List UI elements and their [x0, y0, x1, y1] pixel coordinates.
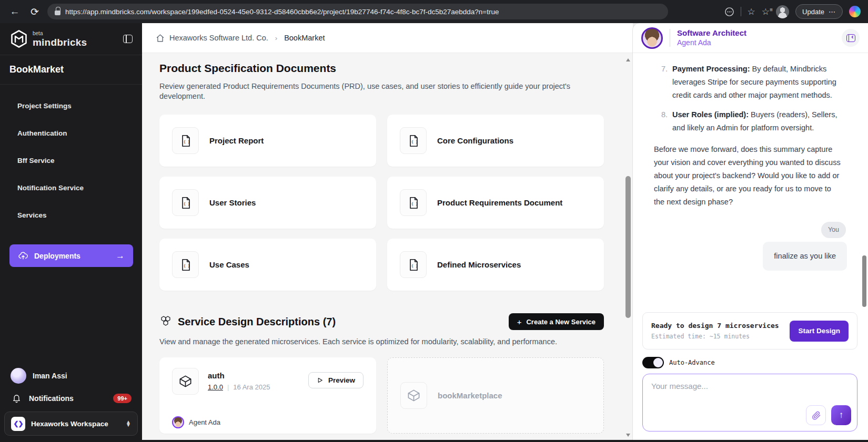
sidebar-item-notification-service[interactable]: Notification Service	[0, 177, 142, 198]
notifications-label: Notifications	[29, 394, 74, 403]
svg-text:{ }: { }	[183, 263, 190, 268]
lock-icon	[55, 9, 60, 16]
services-section-description: View and manage the generated microservi…	[159, 337, 604, 347]
mindbricks-logo[interactable]: beta mindbricks	[9, 29, 87, 48]
message-input[interactable]	[643, 374, 857, 403]
cloud-upload-icon	[18, 251, 28, 261]
doc-card-product-requirements-document[interactable]: { } Product Requirements Document	[387, 177, 604, 229]
browser-toolbar: ← ⟳ https://app.mindbricks.com/workspace…	[0, 0, 868, 23]
doc-card-defined-microservices[interactable]: { } Defined Microservices	[387, 239, 604, 291]
svg-text:{ }: { }	[411, 139, 418, 143]
breadcrumb-separator: ›	[273, 34, 279, 42]
docs-section-description: Review generated Product Requirements Do…	[159, 81, 580, 101]
start-design-button[interactable]: Start Design	[790, 321, 849, 342]
agent-role-title: Software Architect	[677, 28, 746, 38]
scroll-down-arrow[interactable]	[626, 434, 630, 437]
sidebar-user[interactable]: Iman Assi	[4, 364, 138, 388]
notifications-badge: 99+	[113, 394, 132, 403]
docs-section-title: Product Specification Documents	[159, 62, 604, 75]
browser-profile-avatar[interactable]	[776, 5, 789, 18]
send-button[interactable]: ↑	[831, 405, 851, 425]
auto-advance-toggle[interactable]	[642, 357, 664, 368]
workspace-switcher[interactable]: ❮❯ Hexaworks Workspace ▲▼	[4, 412, 138, 436]
url-text[interactable]: https://app.mindbricks.com/workspace/199…	[65, 8, 499, 16]
service-card-auth[interactable]: auth 1.0.0 | 16 Ara 2025 Preview	[159, 357, 376, 434]
scroll-up-arrow[interactable]	[626, 58, 630, 61]
browser-essentials-icon[interactable]	[724, 7, 734, 17]
sidebar-item-project-settings[interactable]: Project Settings	[0, 95, 142, 116]
breadcrumb-project[interactable]: BookMarket	[284, 34, 325, 42]
sidebar-item-services[interactable]: Services	[0, 204, 142, 225]
attach-file-button[interactable]	[806, 405, 826, 425]
arrow-up-icon: ↑	[839, 410, 844, 420]
favorite-star-icon[interactable]: ☆	[748, 6, 755, 17]
main-content: Hexaworks Software Ltd. Co. › BookMarket…	[142, 23, 633, 440]
address-bar[interactable]: https://app.mindbricks.com/workspace/199…	[47, 4, 668, 19]
agent-closing-question: Before we move forward, does this summar…	[654, 143, 847, 209]
chat-scrollbar-thumb[interactable]	[862, 255, 866, 307]
document-icon: { }	[172, 251, 199, 278]
agent-chat-panel: Software Architect Agent Ada 7. Payment …	[633, 23, 868, 440]
toggle-knob	[653, 358, 663, 367]
browser-menu-icon[interactable]: ⋯	[829, 8, 836, 16]
document-icon: { }	[400, 189, 427, 216]
service-version-link[interactable]: 1.0.0	[208, 383, 223, 391]
refresh-icon[interactable]: ⟳	[27, 4, 42, 19]
service-date: 16 Ara 2025	[233, 383, 270, 391]
service-card-bookmarketplace[interactable]: bookMarketplace	[387, 357, 604, 434]
deployments-label: Deployments	[34, 252, 80, 260]
sidebar-collapse-icon[interactable]	[123, 35, 133, 43]
auto-advance-label: Auto-Advance	[669, 359, 715, 366]
svg-text:{ }: { }	[411, 201, 418, 205]
ready-subtitle: Estimated time: ~15 minutes	[651, 333, 779, 340]
project-name: BookMarket	[0, 55, 142, 85]
document-icon: { }	[400, 251, 427, 278]
doc-card-use-cases[interactable]: { } Use Cases	[159, 239, 376, 291]
ready-to-design-card: Ready to design 7 microservices Estimate…	[642, 312, 857, 350]
user-name: Iman Assi	[33, 372, 67, 380]
brand-name: mindbricks	[33, 37, 87, 47]
mindbricks-hexagon-icon	[9, 29, 28, 48]
main-scrollbar-thumb[interactable]	[625, 176, 631, 318]
document-icon: { }	[400, 127, 427, 154]
favorites-bar-icon[interactable]: ☆	[762, 6, 770, 17]
sidebar-item-bff-service[interactable]: Bff Service	[0, 150, 142, 171]
breadcrumb-org[interactable]: Hexaworks Software Ltd. Co.	[169, 34, 268, 42]
beta-tag: beta	[33, 31, 87, 36]
cube-icon-gray	[400, 382, 427, 409]
chevron-up-down-icon: ▲▼	[126, 420, 131, 427]
window-bottom-edge	[0, 440, 868, 442]
message-input-box: ↑	[642, 374, 857, 431]
service-name: auth	[208, 371, 270, 380]
workspace-icon: ❮❯	[11, 417, 25, 431]
plus-icon: +	[517, 317, 522, 326]
doc-card-project-report[interactable]: { } Project Report	[159, 115, 376, 167]
arrow-right-icon: →	[116, 251, 125, 261]
chat-scrollbar[interactable]	[862, 23, 867, 440]
svg-text:{ }: { }	[183, 201, 190, 205]
cube-icon	[172, 368, 199, 395]
user-avatar	[11, 368, 26, 384]
play-icon	[317, 377, 324, 384]
sidebar-item-authentication[interactable]: Authentication	[0, 122, 142, 143]
doc-card-user-stories[interactable]: { } User Stories	[159, 177, 376, 229]
ready-title: Ready to design 7 microservices	[651, 322, 779, 330]
user-message-bubble: finalize as you like	[763, 242, 847, 271]
copilot-icon[interactable]	[849, 6, 861, 17]
update-button[interactable]: Update ⋯	[795, 4, 843, 19]
chat-messages: 7. Payment Processing: By default, Mindb…	[633, 53, 868, 306]
update-label: Update	[802, 8, 824, 16]
agent-ada-avatar-large	[641, 27, 663, 49]
doc-card-core-configurations[interactable]: { } Core Configurations	[387, 115, 604, 167]
main-scrollbar[interactable]	[625, 55, 631, 440]
create-new-service-button[interactable]: + Create a New Service	[509, 313, 604, 330]
back-icon[interactable]: ←	[7, 4, 22, 19]
home-icon	[156, 34, 165, 43]
deployments-button[interactable]: Deployments →	[9, 244, 133, 267]
preview-button[interactable]: Preview	[308, 372, 364, 388]
chat-collapse-button[interactable]	[842, 29, 860, 47]
sidebar-notifications[interactable]: Notifications 99+	[4, 388, 138, 408]
bell-icon	[12, 393, 22, 403]
list-item: 8. User Roles (implied): Buyers (readers…	[654, 108, 847, 135]
agent-name: Agent Ada	[677, 38, 746, 48]
